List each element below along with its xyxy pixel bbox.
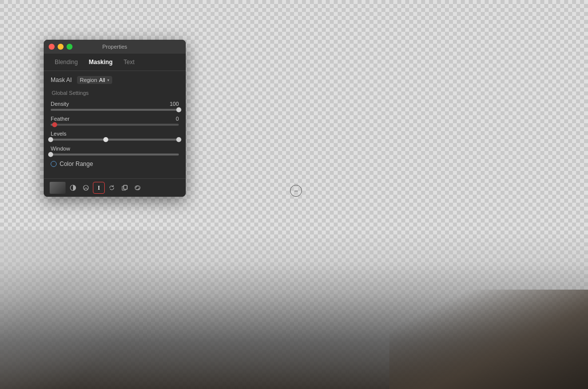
feather-value: 0 (176, 116, 179, 122)
feather-thumb[interactable] (52, 122, 57, 127)
window-thumb[interactable] (48, 152, 53, 157)
landscape-terrain (389, 290, 588, 389)
feather-track[interactable] (51, 124, 179, 126)
window-slider-row: Window (51, 146, 179, 156)
color-range-row[interactable]: Color Range (51, 160, 179, 167)
mask-ai-row: Mask AI Region All ▾ (51, 76, 179, 84)
mask-thumbnail (50, 182, 66, 194)
minimize-button[interactable] (58, 44, 64, 50)
zoom-indicator[interactable] (290, 185, 302, 197)
panel-titlebar: Properties (44, 40, 186, 54)
window-controls (49, 44, 73, 50)
levels-thumb-left[interactable] (48, 137, 53, 142)
density-slider-row: Density 100 (51, 101, 179, 111)
levels-fill (51, 139, 179, 141)
levels-thumb-mid[interactable] (103, 137, 108, 142)
properties-panel: Properties Blending Masking Text Mask AI… (44, 40, 186, 197)
panel-title: Properties (102, 44, 127, 50)
tab-masking[interactable]: Masking (84, 57, 118, 68)
density-value: 100 (170, 101, 179, 107)
brightness-contrast-icon[interactable] (68, 182, 78, 193)
density-track[interactable] (51, 109, 179, 111)
link-icon[interactable] (132, 182, 143, 193)
panel-tabs: Blending Masking Text (44, 54, 186, 71)
feather-slider-row: Feather 0 (51, 116, 179, 126)
levels-track[interactable] (51, 139, 179, 141)
mask-ai-label: Mask AI (51, 77, 72, 83)
color-range-circle (51, 161, 57, 167)
panel-content: Mask AI Region All ▾ Global Settings Den… (44, 71, 186, 178)
density-thumb[interactable] (176, 107, 181, 112)
rotate-icon[interactable] (106, 182, 117, 193)
density-label: Density (51, 101, 69, 107)
color-range-label: Color Range (60, 160, 93, 167)
levels-label: Levels (51, 131, 67, 137)
tab-text[interactable]: Text (119, 57, 140, 68)
landscape-shadow (0, 230, 223, 389)
svg-rect-3 (124, 185, 127, 189)
close-button[interactable] (49, 44, 55, 50)
window-label: Window (51, 146, 70, 152)
text-tool-symbol: I (98, 184, 100, 192)
tab-blending[interactable]: Blending (50, 57, 83, 68)
window-fill (51, 154, 179, 156)
feather-label: Feather (51, 116, 70, 122)
levels-slider-row: Levels (51, 131, 179, 141)
chevron-down-icon: ▾ (107, 78, 109, 82)
maximize-button[interactable] (67, 44, 73, 50)
region-dropdown[interactable]: Region All ▾ (77, 76, 112, 84)
panel-toolbar: I (44, 178, 186, 197)
copy-icon[interactable] (119, 182, 130, 193)
text-tool-icon[interactable]: I (93, 182, 104, 193)
levels-thumb-right[interactable] (176, 137, 181, 142)
window-track[interactable] (51, 154, 179, 156)
region-value: All (99, 77, 105, 83)
global-settings-header: Global Settings (51, 90, 179, 96)
curves-icon[interactable] (80, 182, 91, 193)
region-label: Region (80, 77, 97, 83)
density-fill (51, 109, 179, 111)
